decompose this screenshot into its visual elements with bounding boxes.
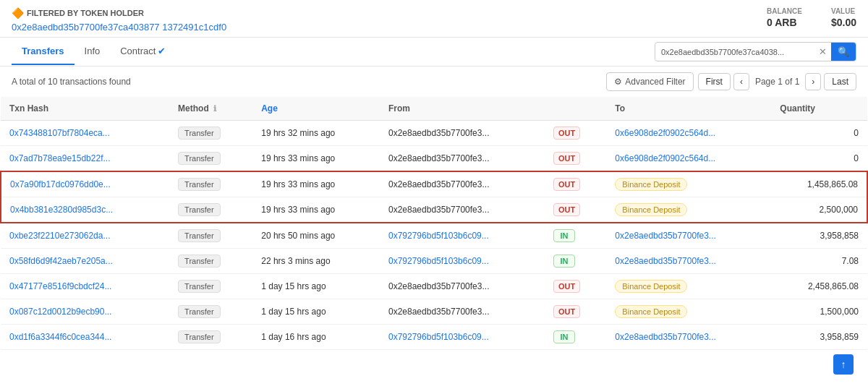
transactions-table: Txn Hash Method ℹ Age From To Quantity 0… bbox=[0, 97, 868, 350]
from-address: 0x2e8aedbd35b7700fe3... bbox=[388, 153, 489, 163]
from-link[interactable]: 0x792796bd5f103b6c09... bbox=[388, 332, 489, 342]
tab-info[interactable]: Info bbox=[75, 38, 111, 65]
cell-direction: IN bbox=[545, 325, 606, 350]
advanced-filter-icon: ⚙ bbox=[614, 77, 622, 87]
cell-from: 0x2e8aedbd35b7700fe3... bbox=[380, 197, 545, 223]
cell-direction: OUT bbox=[545, 121, 606, 146]
to-link[interactable]: 0x2e8aedbd35b7700fe3... bbox=[615, 231, 715, 241]
to-badge: Binance Deposit bbox=[615, 305, 687, 318]
txn-hash-link[interactable]: 0x47177e8516f9cbdcf24... bbox=[9, 281, 111, 291]
cell-direction: OUT bbox=[545, 146, 606, 172]
txn-hash-link[interactable]: 0x4bb381e3280d985d3c... bbox=[10, 205, 113, 215]
pagination: First ‹ Page 1 of 1 › Last bbox=[698, 73, 856, 90]
col-method: Method ℹ bbox=[169, 97, 252, 121]
cell-age: 1 day 16 hrs ago bbox=[252, 325, 380, 350]
next-page-button[interactable]: › bbox=[805, 73, 821, 90]
cell-from: 0x792796bd5f103b6c09... bbox=[380, 249, 545, 274]
txn-hash-link[interactable]: 0x743488107bf7804eca... bbox=[9, 128, 110, 138]
value-value: $0.00 bbox=[831, 17, 856, 28]
cell-to: Binance Deposit bbox=[606, 171, 771, 197]
cell-age: 20 hrs 50 mins ago bbox=[252, 223, 380, 249]
col-to: To bbox=[606, 97, 771, 121]
first-page-button[interactable]: First bbox=[698, 73, 731, 90]
table-row: 0xbe23f2210e273062da... Transfer 20 hrs … bbox=[1, 223, 867, 249]
search-button[interactable]: 🔍 bbox=[831, 43, 856, 61]
to-link[interactable]: 0x6e908de2f0902c564d... bbox=[615, 153, 715, 163]
method-info-icon: ℹ bbox=[213, 104, 216, 113]
cell-age: 1 day 15 hrs ago bbox=[252, 274, 380, 299]
txn-hash-link[interactable]: 0x087c12d0012b9ecb90... bbox=[9, 307, 111, 317]
to-link[interactable]: 0x2e8aedbd35b7700fe3... bbox=[615, 256, 715, 266]
from-address: 0x2e8aedbd35b7700fe3... bbox=[388, 179, 489, 189]
cell-quantity: 7.08 bbox=[771, 249, 867, 274]
to-link[interactable]: 0x6e908de2f0902c564d... bbox=[615, 128, 715, 138]
advanced-filter-button[interactable]: ⚙ Advanced Filter bbox=[606, 72, 693, 91]
value-item: VALUE $0.00 bbox=[831, 7, 856, 28]
cell-quantity: 2,458,865.08 bbox=[771, 274, 867, 299]
txn-hash-link[interactable]: 0x7a90fb17dc0976dd0e... bbox=[10, 179, 111, 189]
cell-hash: 0x47177e8516f9cbdcf24... bbox=[1, 274, 169, 299]
search-input[interactable] bbox=[655, 44, 814, 60]
cell-quantity: 1,500,000 bbox=[771, 299, 867, 325]
txn-hash-link[interactable]: 0x58fd6d9f42aeb7e205a... bbox=[9, 256, 113, 266]
to-badge: Binance Deposit bbox=[615, 178, 687, 191]
to-link[interactable]: 0x2e8aedbd35b7700fe3... bbox=[615, 332, 715, 342]
toolbar: A total of 10 transactions found ⚙ Advan… bbox=[0, 67, 868, 97]
method-badge: Transfer bbox=[178, 203, 221, 216]
table-row: 0xd1f6a3344f6c0cea344... Transfer 1 day … bbox=[1, 325, 867, 350]
verified-icon: ✔ bbox=[158, 46, 166, 56]
col-from: From bbox=[380, 97, 545, 121]
txn-hash-link[interactable]: 0xd1f6a3344f6c0cea344... bbox=[9, 332, 111, 342]
cell-hash: 0x7ad7b78ea9e15db22f... bbox=[1, 146, 169, 172]
balance-label: BALANCE bbox=[767, 7, 802, 15]
prev-page-button[interactable]: ‹ bbox=[733, 73, 749, 90]
to-badge: Binance Deposit bbox=[615, 280, 687, 293]
tab-transfers[interactable]: Transfers bbox=[12, 38, 75, 65]
cell-from: 0x2e8aedbd35b7700fe3... bbox=[380, 171, 545, 197]
cell-hash: 0x58fd6d9f42aeb7e205a... bbox=[1, 249, 169, 274]
cell-method: Transfer bbox=[169, 171, 252, 197]
value-label: VALUE bbox=[831, 7, 856, 15]
table-row: 0x47177e8516f9cbdcf24... Transfer 1 day … bbox=[1, 274, 867, 299]
cell-to: 0x2e8aedbd35b7700fe3... bbox=[606, 223, 771, 249]
txn-hash-link[interactable]: 0xbe23f2210e273062da... bbox=[9, 231, 110, 241]
cell-quantity: 0 bbox=[771, 146, 867, 172]
table-body: 0x743488107bf7804eca... Transfer 19 hrs … bbox=[1, 121, 867, 350]
filtered-text: FILTERED BY TOKEN HOLDER bbox=[27, 9, 144, 17]
contract-label: Contract bbox=[120, 46, 156, 56]
last-page-button[interactable]: Last bbox=[824, 73, 856, 90]
cell-to: Binance Deposit bbox=[606, 274, 771, 299]
method-badge: Transfer bbox=[178, 229, 221, 242]
search-box: ✕ 🔍 bbox=[655, 42, 856, 61]
cell-hash: 0xd1f6a3344f6c0cea344... bbox=[1, 325, 169, 350]
direction-badge: OUT bbox=[553, 305, 580, 318]
table-row: 0x087c12d0012b9ecb90... Transfer 1 day 1… bbox=[1, 299, 867, 325]
filtered-label: 🔶 FILTERED BY TOKEN HOLDER bbox=[12, 7, 767, 19]
txn-hash-link[interactable]: 0x7ad7b78ea9e15db22f... bbox=[9, 153, 110, 163]
cell-direction: OUT bbox=[545, 197, 606, 223]
cell-to: 0x6e908de2f0902c564d... bbox=[606, 146, 771, 172]
cell-from: 0x2e8aedbd35b7700fe3... bbox=[380, 274, 545, 299]
cell-quantity: 3,958,859 bbox=[771, 325, 867, 350]
from-address: 0x2e8aedbd35b7700fe3... bbox=[388, 205, 489, 215]
direction-badge: OUT bbox=[553, 127, 580, 140]
from-address: 0x2e8aedbd35b7700fe3... bbox=[388, 281, 489, 291]
cell-quantity: 1,458,865.08 bbox=[771, 171, 867, 197]
table-row: 0x7a90fb17dc0976dd0e... Transfer 19 hrs … bbox=[1, 171, 867, 197]
to-badge: Binance Deposit bbox=[615, 203, 687, 216]
cell-from: 0x792796bd5f103b6c09... bbox=[380, 223, 545, 249]
page-info: Page 1 of 1 bbox=[752, 77, 802, 87]
cell-hash: 0x087c12d0012b9ecb90... bbox=[1, 299, 169, 325]
cell-hash: 0x743488107bf7804eca... bbox=[1, 121, 169, 146]
clear-button[interactable]: ✕ bbox=[814, 43, 831, 60]
cell-hash: 0x4bb381e3280d985d3c... bbox=[1, 197, 169, 223]
from-link[interactable]: 0x792796bd5f103b6c09... bbox=[388, 231, 489, 241]
cell-to: Binance Deposit bbox=[606, 299, 771, 325]
balance-value: 0 ARB bbox=[767, 17, 802, 28]
cell-direction: OUT bbox=[545, 274, 606, 299]
from-link[interactable]: 0x792796bd5f103b6c09... bbox=[388, 256, 489, 266]
cell-quantity: 2,500,000 bbox=[771, 197, 867, 223]
method-badge: Transfer bbox=[178, 330, 221, 343]
tab-contract[interactable]: Contract ✔ bbox=[110, 38, 176, 65]
token-address-link[interactable]: 0x2e8aedbd35b7700fe37ca403877 1372491c1c… bbox=[12, 22, 226, 33]
